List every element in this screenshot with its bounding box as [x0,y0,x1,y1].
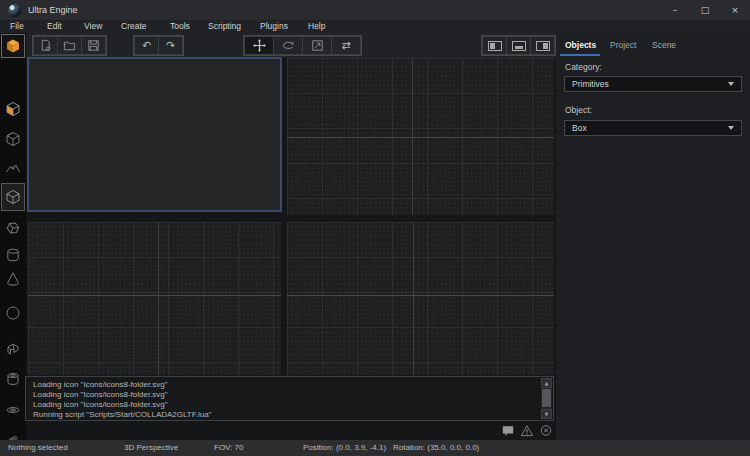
tab-project[interactable]: Project [610,38,636,52]
disc-icon [5,402,21,418]
object-dropdown[interactable]: Box [564,120,742,136]
primitive-sidebar [0,33,26,440]
save-button[interactable] [81,36,106,55]
box-primitive-button[interactable] [1,183,25,211]
status-rotation: Rotation: (35.0, 0.0, 0.0) [393,440,479,456]
layout-bottom-button[interactable] [506,36,531,55]
save-icon [86,38,101,53]
category-value: Primitives [572,79,609,89]
tab-scene[interactable]: Scene [652,38,676,52]
terrain-icon [5,160,21,176]
cone-icon [5,271,21,287]
orange-cube-icon [5,38,21,54]
scale-tool-button[interactable] [302,36,332,55]
active-tab-underline [560,54,600,56]
menu-plugins[interactable]: Plugins [260,20,288,33]
console-filter-bar [420,422,556,439]
disc-primitive-button[interactable] [1,398,25,422]
layout-left-button[interactable] [482,36,507,55]
close-button[interactable]: × [720,0,750,20]
tilted-cube-icon [5,220,21,236]
chevron-down-icon [728,126,734,130]
viewport-bottom-right[interactable] [287,222,554,375]
title-bar: Ultra Engine – □ × [0,0,750,20]
error-icon [539,424,553,437]
status-selection: Nothing selected [8,440,68,456]
maximize-button[interactable]: □ [690,0,720,20]
layout-bottom-icon [512,41,526,51]
viewport-top-right[interactable] [287,58,554,215]
object-value: Box [572,123,587,133]
redo-button[interactable]: ↷ [158,36,183,55]
cone-primitive-button[interactable] [1,267,25,291]
status-bar: Nothing selected 3D Perspective FOV: 70 … [0,440,750,456]
console-log[interactable]: Loading icon "Icons/icons8-folder.svg" L… [25,376,554,421]
scroll-up-icon[interactable]: ▲ [541,378,552,388]
sphere-primitive-button[interactable] [1,301,25,325]
grid-axis-horizontal [287,137,554,138]
viewport-splitter-horizontal[interactable] [26,215,556,222]
tab-objects[interactable]: Objects [565,38,596,52]
app-logo-icon [8,4,21,17]
layout-left-icon [488,41,502,51]
open-button[interactable] [57,36,82,55]
open-folder-icon [62,38,77,53]
menu-help[interactable]: Help [308,20,325,33]
move-icon [252,38,267,53]
grid-axis-horizontal [28,295,281,296]
cylinder-primitive-button[interactable] [1,243,25,267]
viewport-3d-perspective[interactable] [27,57,282,212]
menu-file[interactable]: File [10,20,24,33]
grid-axis-horizontal [287,295,554,296]
scroll-down-icon[interactable]: ▼ [541,409,552,419]
undo-button[interactable]: ↶ [134,36,159,55]
category-dropdown[interactable]: Primitives [564,76,742,92]
console-messages-icon [501,424,515,437]
menu-create[interactable]: Create [121,20,147,33]
layout-toolbar-group [481,35,556,56]
console-line: Loading icon "Icons/icons8-folder.svg" [33,390,537,400]
console-line: Loading icon "Icons/icons8-folder.svg" [33,400,537,410]
wire-cube-icon [5,131,21,147]
menu-view[interactable]: View [84,20,102,33]
wedge-primitive-button[interactable] [1,337,25,361]
status-fov: FOV: 70 [214,440,244,456]
menu-bar: File Edit View Create Tools Scripting Pl… [0,20,750,33]
minimize-button[interactable]: – [660,0,690,20]
mirror-tool-button[interactable]: ⇄ [331,36,361,55]
cylinder-icon [5,247,21,263]
layout-right-button[interactable] [530,36,555,55]
objects-mode-button[interactable] [1,34,25,58]
wedge-icon [5,341,21,357]
menu-scripting[interactable]: Scripting [208,20,241,33]
tube-primitive-button[interactable] [1,367,25,391]
redo-icon: ↷ [166,40,175,51]
status-position: Position: (0.0, 3.9, -4.1) [303,440,386,456]
status-view-mode: 3D Perspective [124,440,178,456]
menu-tools[interactable]: Tools [170,20,190,33]
viewport-bottom-left[interactable] [28,222,281,375]
new-file-icon [38,38,53,53]
grid-axis-vertical [158,222,159,375]
grid-axis-vertical [412,58,413,215]
vertex-mode-button[interactable] [1,127,25,151]
scrollbar-thumb[interactable] [542,389,551,407]
console-messages-button[interactable] [500,424,516,438]
toolbar: ↶ ↷ [26,33,556,58]
terrain-tool-button[interactable] [1,156,25,180]
layout-right-icon [536,41,550,51]
category-label: Category: [565,62,602,72]
object-label: Object: [565,105,592,115]
new-file-button[interactable] [33,36,58,55]
undo-icon: ↶ [142,40,151,51]
tilted-box-primitive-button[interactable] [1,216,25,240]
move-tool-button[interactable] [244,36,274,55]
errors-button[interactable] [538,424,554,438]
rotate-tool-button[interactable] [273,36,303,55]
warnings-button[interactable] [519,424,535,438]
menu-edit[interactable]: Edit [47,20,62,33]
ultra-engine-window: Ultra Engine – □ × File Edit View Create… [0,0,750,456]
console-scrollbar[interactable]: ▲ ▼ [541,378,552,419]
face-mode-button[interactable] [1,97,25,121]
warning-icon [520,424,534,437]
